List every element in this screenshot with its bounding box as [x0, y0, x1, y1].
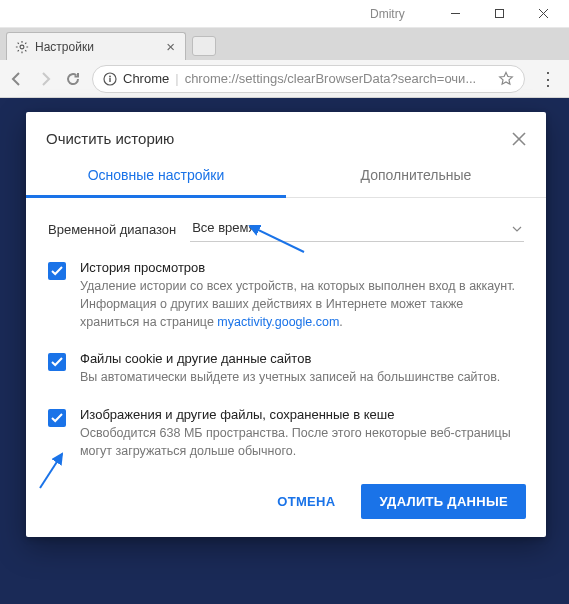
- window-close-button[interactable]: [521, 1, 565, 27]
- time-range-select[interactable]: Все время: [190, 216, 524, 242]
- checkbox-cookies[interactable]: [48, 353, 66, 371]
- time-range-label: Временной диапазон: [48, 222, 176, 237]
- option-cookies: Файлы cookie и другие данные сайтов Вы а…: [26, 341, 546, 396]
- toolbar: Chrome | chrome://settings/clearBrowserD…: [0, 60, 569, 98]
- kebab-menu-icon[interactable]: ⋮: [535, 68, 561, 90]
- back-icon[interactable]: [8, 70, 26, 88]
- myactivity-link[interactable]: myactivity.google.com: [217, 315, 339, 329]
- window-maximize-button[interactable]: [477, 1, 521, 27]
- omnibox-path: clearBrowserData?search=очи...: [287, 71, 476, 86]
- dialog-tabs: Основные настройки Дополнительные: [26, 157, 546, 198]
- window-user: Dmitry: [370, 7, 405, 21]
- close-icon[interactable]: ×: [166, 39, 175, 54]
- address-bar[interactable]: Chrome | chrome://settings/clearBrowserD…: [92, 65, 525, 93]
- option-desc: Освободится 638 МБ пространства. После э…: [80, 424, 524, 460]
- clear-data-button[interactable]: УДАЛИТЬ ДАННЫЕ: [361, 484, 526, 519]
- time-range-value: Все время: [192, 220, 255, 235]
- option-browsing-history: История просмотров Удаление истории со в…: [26, 250, 546, 341]
- window-minimize-button[interactable]: [433, 1, 477, 27]
- svg-rect-1: [495, 10, 503, 18]
- dialog-title: Очистить историю: [46, 130, 174, 147]
- reload-icon[interactable]: [64, 70, 82, 88]
- svg-point-6: [109, 75, 111, 77]
- option-desc: Вы автоматически выйдете из учетных запи…: [80, 368, 500, 386]
- new-tab-button[interactable]: [192, 36, 216, 56]
- option-cached-images: Изображения и другие файлы, сохраненные …: [26, 397, 546, 470]
- svg-rect-7: [109, 78, 110, 82]
- window-titlebar: Dmitry: [0, 0, 569, 28]
- checkbox-cached-images[interactable]: [48, 409, 66, 427]
- omnibox-origin: chrome://settings/: [185, 71, 288, 86]
- forward-icon[interactable]: [36, 70, 54, 88]
- cancel-button[interactable]: ОТМЕНА: [263, 484, 349, 519]
- option-title: Изображения и другие файлы, сохраненные …: [80, 407, 524, 422]
- info-icon: [103, 72, 117, 86]
- checkbox-browsing-history[interactable]: [48, 262, 66, 280]
- close-icon[interactable]: [512, 132, 526, 146]
- omnibox-origin-label: Chrome: [123, 71, 169, 86]
- browser-tab[interactable]: Настройки ×: [6, 32, 186, 60]
- option-title: История просмотров: [80, 260, 524, 275]
- tab-advanced[interactable]: Дополнительные: [286, 157, 546, 197]
- tab-basic[interactable]: Основные настройки: [26, 157, 286, 198]
- bookmark-icon[interactable]: [498, 71, 514, 87]
- gear-icon: [15, 40, 29, 54]
- tab-strip: Настройки ×: [0, 28, 569, 60]
- svg-point-4: [20, 45, 24, 49]
- tab-title: Настройки: [35, 40, 160, 54]
- option-desc: Удаление истории со всех устройств, на к…: [80, 277, 524, 331]
- chevron-down-icon: [512, 220, 522, 235]
- option-title: Файлы cookie и другие данные сайтов: [80, 351, 500, 366]
- clear-data-dialog: Очистить историю Основные настройки Допо…: [26, 112, 546, 537]
